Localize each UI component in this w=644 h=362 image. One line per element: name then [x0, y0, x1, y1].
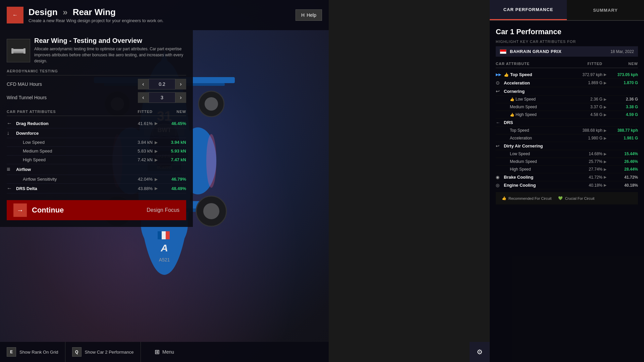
dh-new: 7.47 kN [159, 157, 186, 162]
car-perf-title: Car 1 Performance [496, 27, 638, 36]
svg-rect-38 [23, 48, 25, 54]
tab-car-performance[interactable]: CAR PERFORMANCE [490, 0, 567, 20]
aero-testing-title: AERODYNAMIC TESTING [7, 69, 186, 75]
dh-arrow: ▶ [153, 158, 159, 162]
header-title-block: Design » Rear Wing Create a new Rear Win… [29, 7, 290, 23]
menu-grid-icon: ⊞ [155, 348, 160, 356]
perf-engine-cooling: ◎ Engine Cooling 40.18% ▶ 40.18% [496, 181, 638, 189]
continue-button[interactable]: → Continue Design Focus [7, 200, 186, 220]
crucial-icon: 💚 [558, 196, 563, 200]
dts-arrow: ▶ [602, 128, 608, 133]
airflow-name: Airflow [16, 167, 119, 172]
dl-arrow: ▶ [153, 140, 159, 145]
cfd-decrease-button[interactable]: ‹ [138, 79, 149, 89]
dl-name: Low Speed [16, 140, 119, 145]
perf-accel-fitted: 1.869 G [566, 80, 602, 85]
cl-name: 👍Low Speed [504, 97, 566, 102]
drag-name: Drag Reduction [16, 121, 119, 126]
dacm-new: 26.46% [608, 159, 638, 164]
svg-point-34 [206, 134, 216, 188]
legend-recommended: 👍 Recommended For Circuit [502, 196, 551, 200]
menu-button[interactable]: ⊞ Menu [148, 342, 181, 362]
breadcrumb-design: Design [29, 7, 58, 17]
drag-new: 46.45% [159, 121, 186, 126]
dach-fitted: 27.74% [566, 167, 602, 172]
wind-value: 3 [149, 92, 175, 103]
wind-label: Wind Tunnel Hours [7, 95, 138, 100]
rank-key: E [7, 347, 16, 357]
aero-testing-section: AERODYNAMIC TESTING CFD MAU Hours ‹ 0.2 … [7, 69, 186, 103]
ch-arrow: ▶ [602, 113, 608, 117]
dacl-arrow: ▶ [602, 152, 608, 156]
drag-arrow: ▶ [153, 121, 159, 126]
perf-cornering-high: 👍High Speed 4.58 G ▶ 4.59 G [496, 111, 638, 119]
da-arrow: ▶ [602, 136, 608, 140]
attrs-col-new: NEW [159, 110, 186, 114]
perf-cornering: ↩ Cornering [496, 87, 638, 96]
show-rank-button[interactable]: E Show Rank On Grid [0, 342, 65, 362]
svg-rect-30 [158, 231, 162, 239]
show-car-performance-button[interactable]: Q Show Car 2 Performance [65, 342, 141, 362]
perf-dac-high: High Speed 27.74% ▶ 28.44% [496, 166, 638, 173]
perf-drs-name: DRS [504, 120, 566, 125]
ph-attr: CAR ATTRIBUTE [496, 62, 566, 66]
car-perf-label: Show Car 2 Performance [85, 350, 134, 355]
perf-dirty-air: ↩ Dirty Air Cornering [496, 142, 638, 150]
wind-decrease-button[interactable]: ‹ [138, 92, 149, 103]
perf-engine-cool-name: Engine Cooling [504, 183, 566, 188]
cfd-increase-button[interactable]: › [175, 79, 186, 89]
wind-increase-button[interactable]: › [175, 92, 186, 103]
bahrain-flag [500, 49, 506, 54]
continue-label: Continue [32, 206, 64, 215]
settings-button[interactable]: ⚙ [470, 342, 490, 362]
cl-new: 2.36 G [608, 97, 638, 102]
section-title: Rear Wing - Testing and Overview [34, 37, 186, 45]
dl-fitted: 3.84 kN [119, 140, 153, 145]
as-arrow: ▶ [153, 177, 159, 182]
right-panel-content: Car 1 Performance HIGHLIGHT KEY CAR ATTR… [490, 21, 644, 211]
settings-icon: ⚙ [477, 348, 483, 356]
perf-brake-cooling: ◉ Brake Cooling 41.72% ▶ 41.72% [496, 173, 638, 181]
header-subtitle: Create a new Rear Wing design project fo… [29, 18, 290, 23]
help-key: H [301, 12, 305, 18]
help-button[interactable]: H Help [296, 9, 322, 21]
menu-label: Menu [162, 349, 174, 355]
dach-new: 28.44% [608, 167, 638, 172]
as-fitted: 42.04% [119, 177, 153, 182]
wind-row: Wind Tunnel Hours ‹ 3 › [7, 92, 186, 103]
perf-cornering-name: Cornering [504, 89, 566, 94]
dach-name: High Speed [504, 167, 566, 172]
recommended-icon: 👍 [502, 196, 506, 200]
dm-new: 5.93 kN [159, 148, 186, 154]
section-description: Allocate aerodynamic testing time to opt… [34, 46, 186, 64]
attrs-col-name: CAR PART ATTRIBUTES [7, 110, 119, 114]
section-title-block: Rear Wing - Testing and Overview Allocat… [34, 37, 186, 64]
dacm-fitted: 25.77% [566, 159, 602, 164]
attr-downforce-high: High Speed 7.42 kN ▶ 7.47 kN [7, 156, 186, 164]
cl-arrow: ▶ [602, 97, 608, 102]
back-button[interactable]: ← [7, 7, 23, 23]
attrs-col-fitted: FITTED [119, 110, 153, 114]
attr-downforce-med: Medium Speed 5.83 kN ▶ 5.93 kN [7, 147, 186, 156]
dm-arrow: ▶ [153, 149, 159, 154]
dh-fitted: 7.42 kN [119, 157, 153, 162]
perf-brake-cool-arrow: ▶ [602, 175, 608, 179]
highlight-label: HIGHLIGHT KEY CAR ATTRIBUTES FOR [496, 40, 638, 44]
perf-accel-arrow: ▶ [602, 81, 608, 85]
svg-point-16 [205, 97, 218, 111]
downforce-name: Downforce [16, 131, 119, 136]
da-new: 1.981 G [608, 136, 638, 140]
circuit-date: 18 Mar, 2022 [610, 49, 634, 54]
tab-summary[interactable]: SUMMARY [567, 0, 644, 20]
bottom-bar: E Show Rank On Grid Q Show Car 2 Perform… [0, 342, 329, 362]
dts-name: Top Speed [504, 128, 566, 133]
accel-icon: ⊙ [496, 80, 504, 85]
attr-drs-delta: ← DRS Delta 43.88% ▶ 48.49% [7, 184, 186, 193]
cfd-control: ‹ 0.2 › [138, 79, 186, 89]
svg-text:A: A [160, 242, 168, 253]
continue-arrow-icon: → [13, 203, 27, 217]
svg-rect-35 [12, 49, 25, 52]
perf-acceleration: ⊙ Acceleration 1.869 G ▶ 1.870 G [496, 79, 638, 87]
section-header: Rear Wing - Testing and Overview Allocat… [7, 37, 186, 64]
perf-engine-cool-new: 40.18% [608, 183, 638, 188]
